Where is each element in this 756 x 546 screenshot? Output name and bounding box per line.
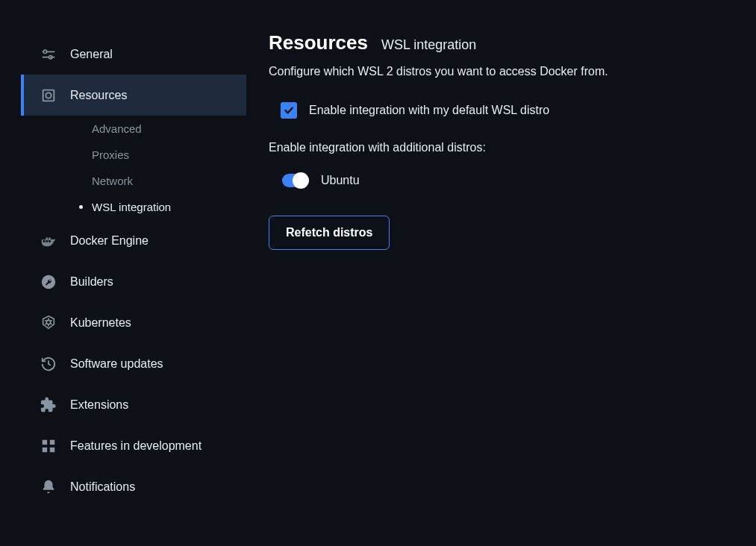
grid-icon xyxy=(40,438,57,454)
sidebar-subitem-wsl-integration[interactable]: WSL integration xyxy=(21,194,246,220)
sidebar-item-software-updates[interactable]: Software updates xyxy=(21,343,246,384)
sidebar-item-builders[interactable]: Builders xyxy=(21,261,246,302)
svg-rect-6 xyxy=(43,439,47,444)
default-distro-row: Enable integration with my default WSL d… xyxy=(269,102,734,119)
svg-rect-2 xyxy=(43,90,54,101)
sidebar-item-label: Kubernetes xyxy=(70,316,131,330)
page-subtitle: WSL integration xyxy=(381,37,476,53)
sidebar-item-notifications[interactable]: Notifications xyxy=(21,466,246,507)
toggle-knob xyxy=(293,172,309,189)
ubuntu-toggle[interactable] xyxy=(282,174,307,187)
svg-rect-9 xyxy=(50,447,54,451)
sidebar-item-label: Extensions xyxy=(70,398,128,412)
resources-subitems: Advanced Proxies Network WSL integration xyxy=(21,116,246,220)
svg-point-3 xyxy=(46,92,51,98)
puzzle-icon xyxy=(40,397,57,413)
svg-point-5 xyxy=(46,320,51,324)
sidebar-subitem-network[interactable]: Network xyxy=(21,168,246,194)
bell-icon xyxy=(40,479,57,495)
sidebar-item-label: Notifications xyxy=(70,480,135,494)
refetch-distros-button[interactable]: Refetch distros xyxy=(269,216,390,250)
sidebar-item-label: Builders xyxy=(70,275,113,289)
resources-icon xyxy=(40,87,57,104)
sidebar-subitem-advanced[interactable]: Advanced xyxy=(21,116,246,142)
sidebar-item-label: General xyxy=(70,48,113,61)
sliders-icon xyxy=(40,46,57,63)
sidebar-item-label: Resources xyxy=(70,89,127,102)
sidebar-item-features-development[interactable]: Features in development xyxy=(21,425,246,466)
sidebar-item-label: Features in development xyxy=(70,439,202,453)
sidebar-subitem-label: WSL integration xyxy=(92,201,171,213)
sidebar-item-label: Docker Engine xyxy=(70,234,149,248)
distro-row-ubuntu: Ubuntu xyxy=(269,174,734,187)
additional-distros-text: Enable integration with additional distr… xyxy=(269,141,734,154)
wrench-icon xyxy=(40,274,57,290)
kubernetes-icon xyxy=(40,315,57,331)
page-header: Resources WSL integration xyxy=(269,31,734,54)
settings-sidebar: General Resources Advanced Proxies Netwo… xyxy=(0,0,246,546)
history-icon xyxy=(40,356,57,372)
page-title: Resources xyxy=(269,31,368,54)
checkbox-label: Enable integration with my default WSL d… xyxy=(309,104,549,117)
sidebar-item-extensions[interactable]: Extensions xyxy=(21,384,246,425)
sidebar-subitem-proxies[interactable]: Proxies xyxy=(21,142,246,168)
sidebar-item-resources[interactable]: Resources xyxy=(21,75,246,116)
sidebar-subitem-label: Network xyxy=(92,175,133,187)
check-icon xyxy=(283,104,295,116)
svg-rect-8 xyxy=(43,447,47,451)
distro-name-label: Ubuntu xyxy=(321,174,360,187)
sidebar-subitem-label: Proxies xyxy=(92,148,129,161)
enable-default-checkbox[interactable] xyxy=(281,102,297,119)
main-content: Resources WSL integration Configure whic… xyxy=(246,0,756,546)
svg-rect-7 xyxy=(50,439,54,444)
sidebar-item-label: Software updates xyxy=(70,357,163,371)
sidebar-item-docker-engine[interactable]: Docker Engine xyxy=(21,220,246,261)
sidebar-item-general[interactable]: General xyxy=(21,34,246,75)
sidebar-subitem-label: Advanced xyxy=(92,122,142,135)
docker-icon xyxy=(40,233,57,249)
sidebar-item-kubernetes[interactable]: Kubernetes xyxy=(21,302,246,343)
page-description: Configure which WSL 2 distros you want t… xyxy=(269,65,734,78)
